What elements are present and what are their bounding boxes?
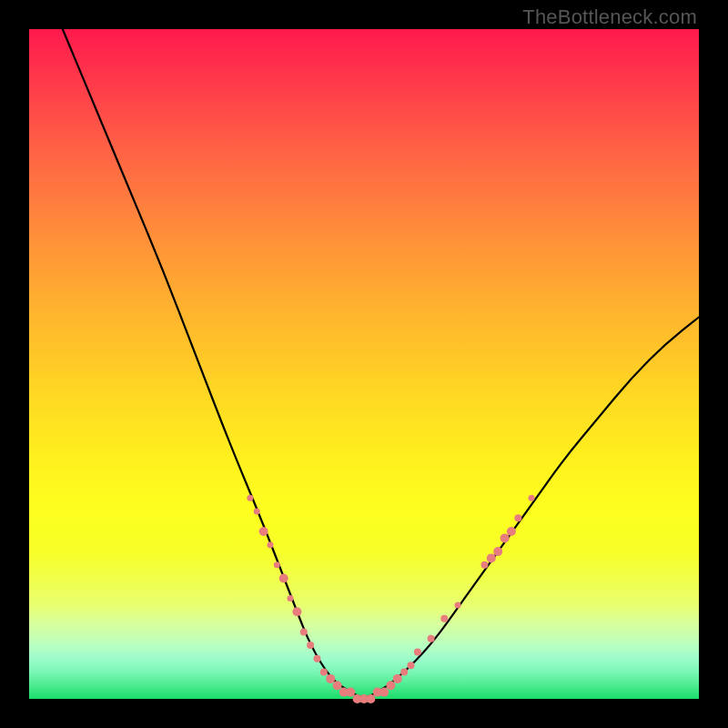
curve-markers [247,495,534,703]
bottleneck-curve [63,29,699,697]
curve-marker [346,688,355,697]
curve-marker [279,574,288,583]
curve-marker [500,533,510,542]
curve-marker [400,669,408,676]
curve-marker [314,655,321,662]
curve-marker [529,495,535,501]
curve-marker [268,541,274,548]
curve-marker [333,681,342,690]
curve-marker [487,553,496,562]
chart-frame: TheBottleneck.com [0,0,728,728]
curve-marker [379,688,389,697]
curve-marker [386,681,395,690]
curve-marker [414,649,421,656]
chart-svg [29,29,699,699]
curve-marker [247,495,253,501]
curve-marker [326,674,335,683]
curve-marker [307,642,314,649]
curve-marker [288,595,294,602]
curve-marker [507,527,516,536]
curve-marker [300,628,308,635]
curve-marker [274,561,280,568]
curve-marker [393,674,402,683]
curve-marker [455,602,461,609]
curve-marker [440,615,448,622]
curve-marker [408,662,415,669]
curve-marker [320,669,328,676]
curve-marker [366,694,375,703]
attribution-text: TheBottleneck.com [522,5,697,29]
plot-area [29,29,699,699]
curve-marker [259,527,268,536]
curve-marker [514,514,521,521]
curve-marker [428,635,435,642]
curve-marker [493,547,502,556]
curve-marker [292,607,301,616]
curve-marker [481,561,489,569]
curve-marker [254,508,260,514]
